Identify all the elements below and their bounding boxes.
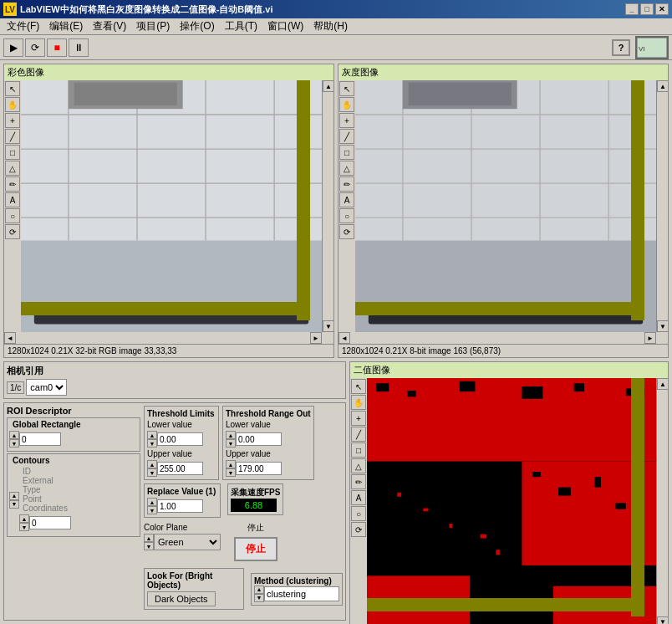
- gray-hscroll-track[interactable]: [355, 302, 644, 315]
- bin-tool-zoom[interactable]: +: [351, 411, 366, 426]
- maximize-button[interactable]: □: [640, 3, 654, 15]
- tool-rect[interactable]: □: [5, 145, 20, 160]
- coord-value[interactable]: [29, 516, 71, 529]
- tool-line[interactable]: ╱: [5, 129, 20, 144]
- bin-tool-freehand[interactable]: ✏: [351, 474, 366, 489]
- bin-tool-rect[interactable]: □: [351, 442, 366, 458]
- contours-down[interactable]: ▼: [9, 500, 19, 509]
- menu-window[interactable]: 窗口(W): [262, 18, 308, 35]
- coord-spinner[interactable]: ▲ ▼: [19, 514, 29, 531]
- gray-vscroll-track[interactable]: [631, 80, 644, 320]
- stop-button[interactable]: 停止: [234, 537, 277, 561]
- limits-lower-down[interactable]: ▼: [147, 439, 157, 448]
- color-plane-spinner[interactable]: ▲ ▼: [144, 534, 154, 550]
- color-plane-up[interactable]: ▲: [144, 534, 154, 542]
- color-vscroll-track[interactable]: [297, 80, 310, 320]
- tool-freehand[interactable]: ✏: [5, 176, 20, 192]
- tool-hand[interactable]: ✋: [5, 97, 20, 112]
- method-input[interactable]: [264, 586, 339, 601]
- camera-dropdown[interactable]: cam0: [26, 379, 67, 396]
- range-lower-down[interactable]: ▼: [226, 439, 236, 448]
- binary-hscroll-track[interactable]: [367, 598, 644, 611]
- gray-tool-circle[interactable]: ○: [339, 208, 354, 223]
- gray-tool-rotate[interactable]: ⟳: [339, 224, 354, 239]
- menu-operate[interactable]: 操作(O): [175, 18, 219, 35]
- gray-vscrollbar[interactable]: ▲ ▼: [656, 80, 668, 332]
- contours-spinner[interactable]: ▲ ▼: [9, 492, 19, 509]
- gray-tool-select[interactable]: ↖: [339, 81, 354, 96]
- color-scroll-down[interactable]: ▼: [323, 320, 334, 332]
- abort-button[interactable]: ■: [47, 38, 67, 57]
- limits-lower-up[interactable]: ▲: [147, 431, 157, 439]
- binary-vscrollbar[interactable]: ▲ ▼: [656, 378, 668, 624]
- range-lower-up[interactable]: ▲: [226, 431, 236, 439]
- dark-objects-button[interactable]: Dark Objects: [147, 591, 216, 606]
- menu-help[interactable]: 帮助(H): [308, 18, 353, 35]
- run-button[interactable]: ▶: [3, 38, 23, 57]
- tool-rotate[interactable]: ⟳: [5, 224, 20, 239]
- range-upper-input[interactable]: [236, 462, 282, 475]
- menu-edit[interactable]: 编辑(E): [44, 18, 88, 35]
- tool-circle[interactable]: ○: [5, 208, 20, 223]
- gray-tool-freehand[interactable]: ✏: [339, 176, 354, 192]
- limits-upper-spinner[interactable]: ▲ ▼: [147, 460, 157, 477]
- global-rect-spinner[interactable]: ▲ ▼: [9, 431, 19, 448]
- limits-upper-input[interactable]: [157, 462, 203, 475]
- coord-down[interactable]: ▼: [19, 523, 29, 531]
- minimize-button[interactable]: _: [625, 3, 639, 15]
- gray-scroll-left[interactable]: ◄: [339, 332, 350, 344]
- close-button[interactable]: ✕: [655, 3, 669, 15]
- global-rect-value[interactable]: [19, 432, 61, 446]
- coord-up[interactable]: ▲: [19, 514, 29, 523]
- tool-zoom[interactable]: +: [5, 113, 20, 128]
- pause-button[interactable]: ⏸: [69, 38, 89, 57]
- global-rect-up[interactable]: ▲: [9, 431, 19, 439]
- tool-annot[interactable]: A: [5, 192, 20, 207]
- gray-scroll-track-h[interactable]: [350, 332, 644, 344]
- color-plane-dropdown[interactable]: Green Red Blue: [154, 534, 221, 550]
- binary-vscroll-track[interactable]: [631, 378, 644, 616]
- limits-lower-spinner[interactable]: ▲ ▼: [147, 431, 157, 448]
- gray-tool-zoom[interactable]: +: [339, 113, 354, 128]
- color-scroll-up[interactable]: ▲: [323, 80, 334, 92]
- color-scroll-left[interactable]: ◄: [4, 332, 16, 344]
- replace-input[interactable]: [157, 499, 203, 513]
- replace-spinner[interactable]: ▲ ▼: [147, 498, 157, 514]
- bin-tool-select[interactable]: ↖: [351, 379, 366, 394]
- binary-scroll-track-v[interactable]: [657, 390, 668, 616]
- method-spinner[interactable]: ▲ ▼: [254, 586, 264, 602]
- gray-scroll-up[interactable]: ▲: [657, 80, 669, 92]
- range-upper-up[interactable]: ▲: [226, 460, 236, 468]
- run-continuous-button[interactable]: ⟳: [25, 38, 45, 57]
- range-lower-input[interactable]: [236, 432, 282, 446]
- range-upper-spinner[interactable]: ▲ ▼: [226, 460, 236, 477]
- gray-tool-rect[interactable]: □: [339, 145, 354, 160]
- gray-tool-hand[interactable]: ✋: [339, 97, 354, 112]
- menu-tools[interactable]: 工具(T): [220, 18, 262, 35]
- replace-down[interactable]: ▼: [147, 506, 157, 514]
- tool-select[interactable]: ↖: [5, 81, 20, 96]
- gray-scroll-right[interactable]: ►: [644, 332, 656, 344]
- bin-tool-circle[interactable]: ○: [351, 506, 366, 521]
- gray-scroll-down[interactable]: ▼: [657, 320, 669, 332]
- help-button[interactable]: ?: [612, 39, 630, 56]
- range-upper-down[interactable]: ▼: [226, 468, 236, 477]
- bin-tool-poly[interactable]: △: [351, 458, 366, 473]
- binary-scroll-up[interactable]: ▲: [657, 378, 669, 390]
- global-rect-down[interactable]: ▼: [9, 439, 19, 448]
- color-scroll-track-v[interactable]: [323, 92, 333, 320]
- binary-scroll-down[interactable]: ▼: [657, 616, 669, 624]
- method-down[interactable]: ▼: [254, 594, 264, 602]
- color-plane-down[interactable]: ▼: [144, 542, 154, 550]
- color-scroll-right[interactable]: ►: [310, 332, 322, 344]
- gray-tool-poly[interactable]: △: [339, 161, 354, 176]
- gray-scroll-track-v[interactable]: [657, 92, 668, 320]
- bin-tool-hand[interactable]: ✋: [351, 395, 366, 410]
- menu-file[interactable]: 文件(F): [2, 18, 44, 35]
- limits-upper-up[interactable]: ▲: [147, 460, 157, 468]
- range-lower-spinner[interactable]: ▲ ▼: [226, 431, 236, 448]
- limits-lower-input[interactable]: [157, 432, 203, 446]
- color-vscrollbar[interactable]: ▲ ▼: [322, 80, 333, 332]
- menu-project[interactable]: 项目(P): [131, 18, 175, 35]
- bin-tool-line[interactable]: ╱: [351, 427, 366, 442]
